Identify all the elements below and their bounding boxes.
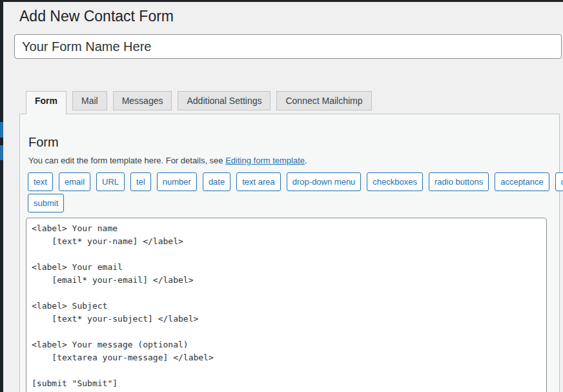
form-template-textarea[interactable]: <label> Your name [text* your-name] </la…: [26, 218, 547, 392]
tag-button-email[interactable]: email: [59, 172, 90, 191]
editing-form-template-link[interactable]: Editing form template: [225, 156, 305, 165]
tag-button-text-area[interactable]: text area: [236, 172, 281, 191]
tag-button-acceptance[interactable]: acceptance: [495, 172, 549, 191]
panel-heading: Form: [28, 135, 59, 150]
tag-button-date[interactable]: date: [203, 172, 230, 191]
form-editor-panel: Form You can edit the form template here…: [19, 114, 560, 392]
tag-button-url[interactable]: URL: [96, 172, 125, 191]
tab-additional-settings[interactable]: Additional Settings: [178, 91, 271, 110]
tag-generator-row-2: submit: [28, 194, 64, 212]
tag-button-quiz[interactable]: quiz: [555, 172, 563, 191]
tag-button-drop-down-menu[interactable]: drop-down menu: [287, 172, 362, 191]
tag-button-submit[interactable]: submit: [28, 194, 64, 212]
tag-button-number[interactable]: number: [157, 172, 197, 191]
panel-description-period: .: [305, 156, 307, 165]
admin-menu-edge: [0, 0, 3, 392]
tab-form[interactable]: Form: [26, 91, 67, 114]
panel-description: You can edit the form template here. For…: [28, 156, 307, 165]
tab-messages[interactable]: Messages: [113, 91, 172, 110]
admin-menu-highlight: [0, 145, 3, 160]
tag-button-checkboxes[interactable]: checkboxes: [367, 172, 423, 191]
tag-button-radio-buttons[interactable]: radio buttons: [429, 172, 489, 191]
admin-menu-highlight: [0, 122, 3, 138]
admin-bar-edge: [0, 0, 563, 2]
tag-button-text[interactable]: text: [28, 172, 53, 191]
page-title: Add New Contact Form: [19, 7, 174, 26]
tag-generator-row-1: text email URL tel number date text area…: [28, 172, 563, 191]
panel-description-text: You can edit the form template here. For…: [28, 156, 225, 165]
tab-connect-mailchimp[interactable]: Connect Mailchimp: [276, 91, 371, 110]
tab-mail[interactable]: Mail: [72, 91, 107, 110]
tag-button-tel[interactable]: tel: [130, 172, 151, 191]
editor-tabs: Form Mail Messages Additional Settings C…: [26, 91, 372, 114]
form-name-input[interactable]: [14, 34, 562, 59]
